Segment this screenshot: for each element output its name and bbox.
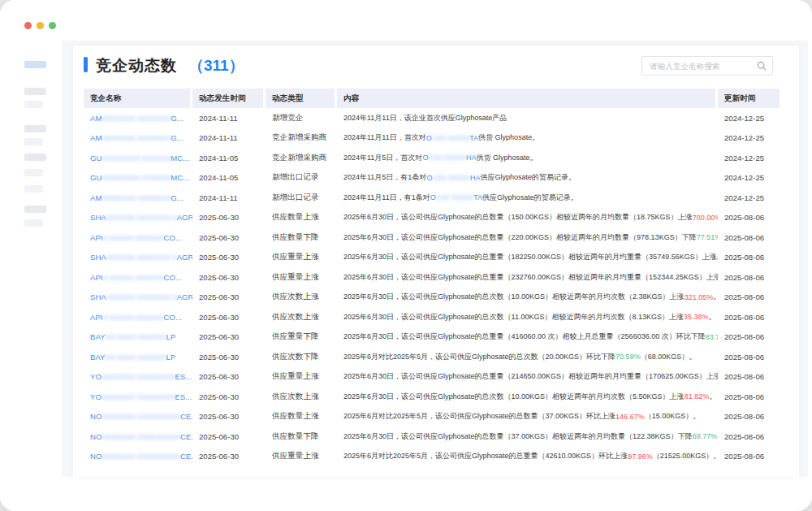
buyer-name-link[interactable]: O [426, 134, 432, 142]
buyer-name-link[interactable]: TA [469, 134, 478, 142]
company-name-link[interactable]: AMXXXXXXX XXXXXXXG... [90, 193, 184, 202]
page-title-count: （311） [188, 55, 244, 76]
company-name-text: CE... [180, 452, 192, 461]
sidebar-item-skeleton[interactable] [24, 88, 46, 95]
company-name-redacted: XXXXXXX XXXXXXXXX [102, 452, 180, 461]
cell-event-type: 新增竞企 [266, 108, 337, 128]
buyer-name-link[interactable]: O [430, 193, 436, 201]
table-row: SHAXXXXXX XXXXXXX XAGR...2025-06-30供应次数上… [84, 288, 780, 308]
content-text: 2025年6月30日，该公司供应Glyphosate的总重量（416060.00… [343, 331, 706, 342]
company-name-link[interactable]: APIX XXXXX XXXXXXCO... [90, 273, 182, 282]
company-name-link[interactable]: NOXXXXXXX XXXXXXXXXCE... [90, 432, 192, 441]
content-text: 供应Glyphosate的贸易记录。 [482, 193, 578, 203]
company-name-link[interactable]: BAYXX XXXX XXXXXXLP [90, 353, 175, 362]
company-name-text: SHA [90, 292, 106, 301]
company-name-text: G... [171, 193, 183, 202]
cell-company-name: BAYXX XXXX XXXXXXLP [84, 327, 192, 348]
sidebar-item-skeleton[interactable] [24, 154, 46, 161]
company-name-text: AM [90, 114, 102, 123]
content-text: 2025年6月30日，该公司供应Glyphosate的总数量（150.00KGS… [343, 212, 693, 223]
cell-company-name: NOXXXXXXX XXXXXXXXXCE... [84, 407, 192, 427]
company-name-redacted: X XXXXX XXXXXX [102, 313, 163, 322]
search-input[interactable] [641, 56, 773, 76]
cell-update-time: 2025-08-06 [718, 407, 780, 427]
sidebar-item-skeleton[interactable] [24, 125, 46, 132]
buyer-name-link[interactable]: O [422, 154, 428, 162]
company-name-link[interactable]: APIX XXXXX XXXXXXCO... [90, 313, 182, 322]
content-text: 2025年6月30日，该公司供应Glyphosate的总数量（37.00KGS）… [343, 431, 693, 442]
percent-down-value: 83.79% [706, 333, 718, 341]
table-row: BAYXX XXXX XXXXXXLP2025-06-30供应重量下降2025年… [84, 327, 780, 348]
search-icon[interactable] [757, 61, 767, 71]
cell-event-type: 供应重量上涨 [266, 267, 337, 288]
close-window-icon[interactable] [24, 22, 32, 29]
percent-down-value: 70.59% [615, 353, 641, 361]
cell-update-time: 2025-08-06 [718, 208, 780, 228]
cell-event-date: 2025-06-30 [192, 267, 266, 288]
company-name-link[interactable]: BAYXX XXXX XXXXXXLP [90, 332, 175, 341]
company-name-link[interactable]: YOXXXXXXX XXXXXXXXES... [90, 392, 192, 401]
sidebar-item-skeleton[interactable] [24, 185, 43, 193]
company-name-text: BAY [90, 332, 105, 341]
company-name-link[interactable]: GUXXXXXXXX XXXXXXMC... [90, 173, 189, 182]
cell-event-date: 2025-06-30 [192, 248, 266, 268]
minimize-window-icon[interactable] [37, 22, 44, 29]
column-header: 动态类型 [266, 89, 337, 108]
cell-update-time: 2025-08-06 [718, 347, 780, 367]
cell-event-type: 供应重量下降 [266, 327, 337, 348]
table-row: APIX XXXXX XXXXXXCO...2025-06-30供应数量下降20… [84, 227, 780, 248]
cell-update-time: 2025-08-06 [718, 267, 780, 288]
cell-event-type: 新增出口记录 [266, 188, 337, 208]
company-name-link[interactable]: SHAXXXXXX XXXXXXX XAGR... [90, 292, 192, 301]
company-name-redacted: XXXXXXX XXXXXXXXX [102, 432, 180, 441]
company-name-redacted: XXXXXX XXXXXXX X [106, 213, 177, 222]
cell-update-time: 2024-12-25 [718, 128, 780, 149]
buyer-name-link[interactable]: O [426, 174, 432, 182]
company-name-link[interactable]: NOXXXXXXX XXXXXXXXXCE... [90, 452, 192, 461]
sidebar-item-skeleton[interactable] [24, 206, 46, 213]
buyer-name-link[interactable]: TA [473, 193, 482, 201]
cell-company-name: SHAXXXXXX XXXXXXX XAGR... [84, 248, 192, 268]
sidebar-item-skeleton[interactable] [24, 138, 43, 145]
content-text: 供货 Glyphosate。 [476, 153, 537, 163]
company-name-link[interactable]: SHAXXXXXX XXXXXXX XAGR... [90, 253, 192, 262]
cell-company-name: APIX XXXXX XXXXXXCO... [84, 227, 192, 248]
company-name-text: GU [90, 154, 102, 162]
table-body: AMXXXXXXX XXXXXXXG...2024-11-11新增竞企2024年… [84, 108, 780, 466]
company-name-text: NO [90, 452, 102, 461]
content-text: 2024年11月5日，首次对 [343, 153, 422, 163]
cell-content: 2024年11月11日，该企业首次供应Glyphosate产品 [337, 108, 718, 128]
cell-event-date: 2025-06-30 [192, 347, 266, 367]
company-name-text: GU [90, 173, 102, 182]
maximize-window-icon[interactable] [49, 22, 56, 29]
company-name-link[interactable]: AMXXXXXXX XXXXXXXG... [90, 133, 184, 142]
company-name-text: YO [90, 392, 102, 401]
cell-update-time: 2024-12-25 [718, 148, 780, 168]
cell-content: 2025年6月30日，该公司供应Glyphosate的总重量（182250.00… [337, 248, 718, 268]
search-box [641, 56, 773, 76]
sidebar-item-skeleton[interactable] [24, 101, 43, 108]
sidebar-item-skeleton[interactable] [24, 169, 43, 176]
redacted-text: CXX XXXXX [428, 154, 466, 162]
cell-event-date: 2024-11-05 [192, 148, 266, 168]
sidebar-item-skeleton[interactable] [24, 61, 46, 68]
redacted-text: CXX XXXXX [432, 174, 470, 182]
buyer-name-link[interactable]: HA [466, 154, 477, 162]
cell-event-type: 新增出口记录 [266, 168, 337, 188]
cell-event-date: 2025-06-30 [192, 327, 266, 348]
company-name-link[interactable]: AMXXXXXXX XXXXXXXG... [90, 114, 184, 123]
company-name-link[interactable]: YOXXXXXXX XXXXXXXXES... [90, 372, 192, 381]
cell-event-date: 2025-06-30 [192, 447, 266, 467]
cell-content: 2025年6月30日，该公司供应Glyphosate的总重量（416060.00… [337, 327, 718, 348]
table-row: GUXXXXXXXX XXXXXXMC...2024-11-05竞企新增采购商2… [84, 148, 780, 168]
table-row: GUXXXXXXXX XXXXXXMC...2024-11-05新增出口记录20… [84, 168, 780, 188]
company-name-text: G... [171, 114, 183, 123]
dynamics-table: 竞企名称动态发生时间动态类型内容更新时间 AMXXXXXXX XXXXXXXG.… [73, 89, 799, 466]
content-text: 。 [709, 392, 716, 402]
company-name-link[interactable]: NOXXXXXXX XXXXXXXXXCE... [90, 412, 192, 421]
buyer-name-link[interactable]: HA [470, 174, 481, 182]
company-name-link[interactable]: GUXXXXXXXX XXXXXXMC... [90, 154, 189, 162]
sidebar-item-skeleton[interactable] [24, 219, 43, 227]
company-name-link[interactable]: SHAXXXXXX XXXXXXX XAGR... [90, 213, 192, 222]
company-name-link[interactable]: APIX XXXXX XXXXXXCO... [90, 233, 182, 242]
